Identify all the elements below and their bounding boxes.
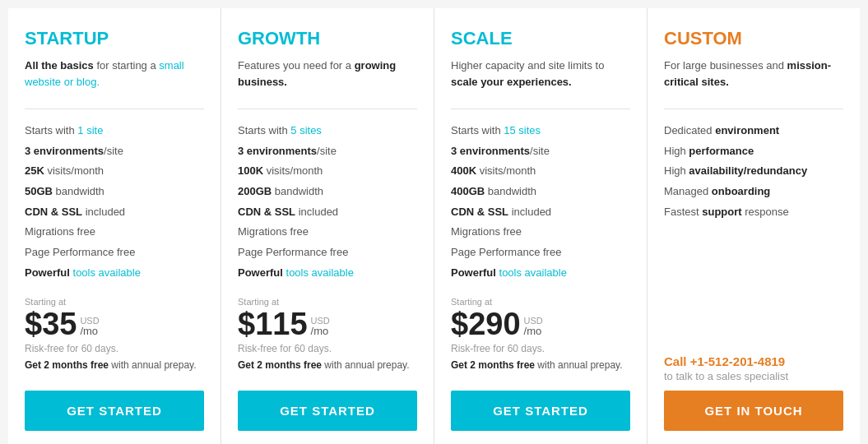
call-subtitle: to talk to a sales specialist bbox=[664, 370, 843, 382]
plan-title-scale: SCALE bbox=[451, 28, 630, 49]
price-mo-growth: /mo bbox=[311, 326, 329, 336]
pricing-container: STARTUP All the basics for starting a sm… bbox=[8, 8, 860, 444]
risk-free-growth: Risk-free for 60 days. bbox=[238, 343, 417, 354]
price-usd-mo-startup: USD /mo bbox=[80, 317, 99, 340]
pricing-section-scale: Starting at $290 USD /mo Risk-free for 6… bbox=[451, 297, 630, 382]
get-started-button-scale[interactable]: GET STARTED bbox=[451, 391, 630, 431]
pricing-section-growth: Starting at $115 USD /mo Risk-free for 6… bbox=[238, 297, 417, 382]
call-section: Call +1-512-201-4819 to talk to a sales … bbox=[664, 354, 843, 382]
plan-description-custom: For large businesses and mission-critica… bbox=[664, 58, 843, 97]
divider-custom bbox=[664, 109, 843, 109]
price-usd-startup: USD bbox=[80, 317, 99, 326]
plan-title-startup: STARTUP bbox=[25, 28, 204, 49]
annual-prepay-startup: Get 2 months free with annual prepay. bbox=[25, 359, 204, 371]
plan-description-scale: Higher capacity and site limits to scale… bbox=[451, 58, 630, 97]
starting-at-growth: Starting at bbox=[238, 297, 417, 307]
get-started-button-growth[interactable]: GET STARTED bbox=[238, 391, 417, 431]
price-row-startup: $35 USD /mo bbox=[25, 308, 204, 340]
features-list-growth: Starts with 5 sites 3 environments/site … bbox=[238, 121, 417, 284]
price-mo-scale: /mo bbox=[524, 326, 542, 336]
risk-free-startup: Risk-free for 60 days. bbox=[25, 343, 204, 354]
pricing-section-startup: Starting at $35 USD /mo Risk-free for 60… bbox=[25, 297, 204, 382]
plan-card-scale: SCALE Higher capacity and site limits to… bbox=[434, 8, 648, 444]
annual-prepay-scale: Get 2 months free with annual prepay. bbox=[451, 359, 630, 371]
price-mo-startup: /mo bbox=[80, 326, 98, 336]
starting-at-scale: Starting at bbox=[451, 297, 630, 307]
get-started-button-startup[interactable]: GET STARTED bbox=[25, 391, 204, 431]
price-dollar-startup: $35 bbox=[25, 308, 77, 340]
price-usd-mo-growth: USD /mo bbox=[311, 317, 330, 340]
divider-growth bbox=[238, 109, 417, 109]
price-row-growth: $115 USD /mo bbox=[238, 308, 417, 340]
plan-description-startup: All the basics for starting a small webs… bbox=[25, 58, 204, 97]
plan-title-custom: CUSTOM bbox=[664, 28, 843, 49]
starting-at-startup: Starting at bbox=[25, 297, 204, 307]
plan-description-growth: Features you need for a growing business… bbox=[238, 58, 417, 97]
call-phone: Call +1-512-201-4819 bbox=[664, 354, 843, 368]
price-usd-mo-scale: USD /mo bbox=[524, 317, 543, 340]
get-in-touch-button[interactable]: GET IN TOUCH bbox=[664, 391, 843, 431]
plan-card-custom: CUSTOM For large businesses and mission-… bbox=[648, 8, 860, 444]
plan-card-growth: GROWTH Features you need for a growing b… bbox=[221, 8, 434, 444]
price-dollar-scale: $290 bbox=[451, 308, 521, 340]
price-usd-growth: USD bbox=[311, 317, 330, 326]
price-dollar-growth: $115 bbox=[238, 308, 308, 340]
plan-title-growth: GROWTH bbox=[238, 28, 417, 49]
divider-startup bbox=[25, 109, 204, 109]
price-row-scale: $290 USD /mo bbox=[451, 308, 630, 340]
features-list-startup: Starts with 1 site 3 environments/site 2… bbox=[25, 121, 204, 284]
annual-prepay-growth: Get 2 months free with annual prepay. bbox=[238, 359, 417, 371]
custom-features-list: Dedicated environment High performance H… bbox=[664, 121, 843, 281]
risk-free-scale: Risk-free for 60 days. bbox=[451, 343, 630, 354]
divider-scale bbox=[451, 109, 630, 109]
price-usd-scale: USD bbox=[524, 317, 543, 326]
plan-card-startup: STARTUP All the basics for starting a sm… bbox=[8, 8, 221, 444]
features-list-scale: Starts with 15 sites 3 environments/site… bbox=[451, 121, 630, 284]
